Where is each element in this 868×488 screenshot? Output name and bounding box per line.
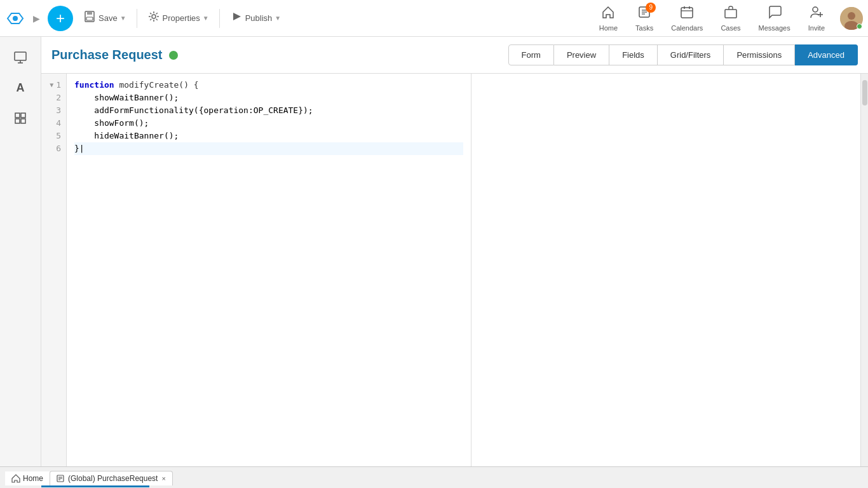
messages-icon (768, 5, 782, 23)
code-line-1: function modifyCreate() { (74, 79, 463, 92)
line-number-4: 4 (41, 117, 66, 130)
svg-point-15 (813, 7, 818, 12)
nav-tasks[interactable]: 9 Tasks (629, 3, 660, 34)
svg-rect-25 (21, 113, 25, 118)
progress-spacer (0, 485, 41, 488)
add-button[interactable]: + (48, 6, 73, 31)
code-editor[interactable]: ▼ 1 2 3 4 5 6 function modifyCreate() { … (41, 74, 868, 466)
svg-point-19 (848, 12, 855, 20)
svg-rect-27 (21, 119, 25, 123)
svg-rect-10 (681, 8, 693, 18)
svg-rect-2 (87, 11, 92, 15)
page-title-area: Purchase Request (51, 48, 178, 62)
nav-messages[interactable]: Messages (752, 3, 797, 34)
content-area: Purchase Request Form Preview Fields Gri… (41, 37, 868, 466)
tab-progress-bar (41, 485, 149, 487)
separator-1 (137, 9, 137, 28)
nav-expand-icon[interactable]: ▶ (31, 11, 43, 26)
main-toolbar: ▶ + Save ▼ Properties (0, 0, 868, 37)
tasks-label: Tasks (635, 24, 653, 32)
nav-home[interactable]: Home (593, 3, 624, 34)
toolbar-right: Home 9 Tasks (593, 3, 863, 34)
logo-icon (5, 8, 25, 29)
right-panel (471, 74, 860, 466)
properties-icon (147, 10, 160, 26)
text-icon: A (17, 81, 25, 95)
code-line-4: showForm(); (74, 117, 463, 130)
sidebar-cube-button[interactable] (6, 104, 34, 132)
properties-label: Properties (163, 13, 200, 23)
toolbar-left: ▶ + Save ▼ Properties (5, 6, 286, 31)
svg-point-4 (152, 15, 156, 18)
sidebar-text-button[interactable]: A (6, 74, 34, 102)
sidebar-monitor-button[interactable] (6, 43, 34, 71)
calendars-icon (680, 5, 694, 23)
nav-calendars[interactable]: Calendars (665, 3, 709, 34)
line-numbers: ▼ 1 2 3 4 5 6 (41, 74, 67, 466)
tab-preview[interactable]: Preview (554, 44, 609, 65)
save-icon (83, 10, 96, 26)
page-header: Purchase Request Form Preview Fields Gri… (41, 37, 868, 74)
home-label: Home (599, 24, 618, 32)
line-number-1: ▼ 1 (41, 79, 66, 92)
code-area[interactable]: function modifyCreate() { showWaitBanner… (67, 74, 471, 466)
invite-icon (810, 5, 824, 23)
svg-point-0 (13, 16, 18, 21)
publish-label: Publish (245, 13, 273, 23)
svg-rect-26 (15, 119, 20, 123)
bottom-tab-purchase-request[interactable]: (Global) PurchaseRequest × (50, 471, 173, 485)
code-line-2: showWaitBanner(); (74, 92, 463, 104)
left-sidebar: A (0, 37, 41, 466)
page-title: Purchase Request (51, 48, 163, 62)
bottom-tab-close[interactable]: × (161, 475, 165, 482)
tab-advanced[interactable]: Advanced (795, 44, 858, 65)
tab-grid-filters[interactable]: Grid/Filters (658, 44, 724, 65)
code-line-3: addFormFunctionality({operation:OP_CREAT… (74, 104, 463, 117)
invite-label: Invite (808, 24, 825, 32)
tab-permissions[interactable]: Permissions (724, 44, 795, 65)
save-label: Save (98, 13, 118, 23)
progress-bar-container (0, 485, 868, 488)
bottom-tab-label: (Global) PurchaseRequest (68, 474, 158, 483)
scrollbar-thumb[interactable] (862, 80, 867, 105)
home-bottom-label: Home (23, 474, 43, 483)
cases-label: Cases (721, 24, 740, 32)
tab-bar: Form Preview Fields Grid/Filters Permiss… (508, 44, 858, 65)
properties-chevron-icon[interactable]: ▼ (203, 15, 209, 22)
bottom-tab-bar: Home (Global) PurchaseRequest × (0, 466, 868, 485)
line-number-6: 6 (41, 142, 66, 155)
nav-invite[interactable]: Invite (802, 3, 831, 34)
tab-doc-icon (57, 475, 64, 482)
publish-chevron-icon[interactable]: ▼ (275, 15, 281, 22)
main-area: A Purchase Request Form Preview Fields G… (0, 37, 868, 466)
tasks-badge: 9 (646, 3, 656, 13)
status-indicator (169, 51, 178, 60)
tab-form[interactable]: Form (508, 44, 554, 65)
tab-fields[interactable]: Fields (609, 44, 658, 65)
svg-rect-14 (725, 10, 736, 18)
fold-icon-1[interactable]: ▼ (50, 79, 53, 92)
svg-rect-21 (15, 52, 26, 60)
scrollbar-track[interactable] (860, 74, 868, 466)
svg-rect-3 (86, 17, 93, 20)
save-chevron-icon[interactable]: ▼ (120, 15, 126, 22)
nav-cases[interactable]: Cases (714, 3, 747, 34)
svg-marker-5 (233, 13, 241, 20)
home-icon (601, 5, 615, 23)
user-avatar-container[interactable] (840, 7, 863, 30)
svg-rect-24 (15, 113, 20, 118)
publish-icon (230, 10, 243, 26)
separator-2 (219, 9, 220, 28)
messages-label: Messages (759, 24, 790, 32)
publish-button[interactable]: Publish ▼ (225, 8, 287, 29)
cases-icon (724, 5, 738, 23)
home-bottom-tab[interactable]: Home (5, 471, 50, 485)
home-bottom-icon (11, 474, 20, 483)
line-number-5: 5 (41, 130, 66, 142)
code-line-5: hideWaitBanner(); (74, 130, 463, 142)
online-indicator (857, 24, 862, 29)
line-number-3: 3 (41, 104, 66, 117)
properties-button[interactable]: Properties ▼ (142, 8, 214, 29)
calendars-label: Calendars (671, 24, 703, 32)
save-button[interactable]: Save ▼ (78, 8, 132, 29)
